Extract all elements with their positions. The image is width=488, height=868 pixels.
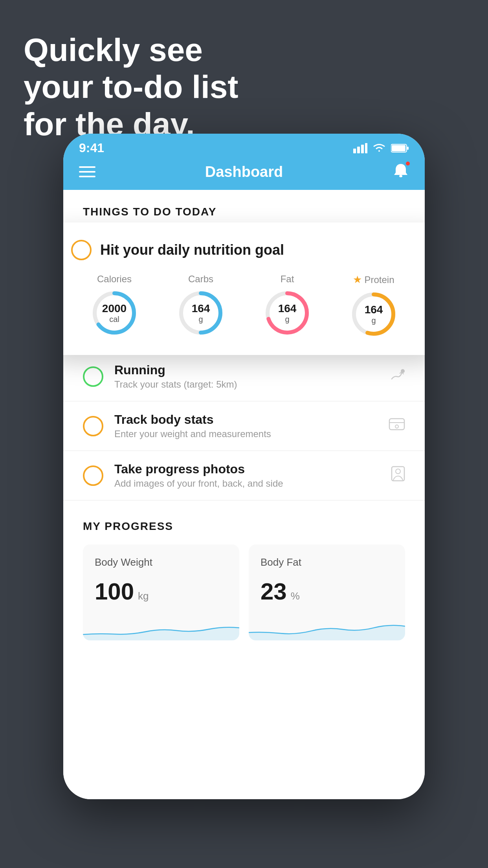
- svg-point-13: [396, 469, 400, 474]
- svg-rect-5: [392, 145, 405, 151]
- protein-unit: g: [365, 316, 383, 324]
- nav-title: Dashboard: [205, 164, 283, 180]
- svg-rect-1: [357, 147, 360, 153]
- svg-rect-2: [361, 145, 364, 153]
- status-icons: [353, 143, 409, 153]
- calories-ring: 2000 cal: [91, 289, 138, 337]
- headline-line2: your to-do list: [24, 68, 238, 105]
- card-title-row: Hit your daily nutrition goal: [71, 240, 417, 260]
- body-fat-card[interactable]: Body Fat 23 %: [249, 544, 405, 640]
- list-item[interactable]: Take progress photos Add images of your …: [63, 451, 425, 500]
- nutrition-protein: ★ Protein 164 g: [350, 274, 397, 338]
- nutrition-calories: Calories 2000 cal: [91, 274, 138, 337]
- headline: Quickly see your to-do list for the day.: [24, 31, 238, 143]
- phone-frame: 9:41: [63, 134, 425, 799]
- progress-header: MY PROGRESS: [83, 520, 405, 533]
- todo-title: Take progress photos: [114, 462, 380, 476]
- calories-label: Calories: [97, 274, 132, 285]
- todo-text-body-stats: Track body stats Enter your weight and m…: [114, 412, 378, 440]
- nutrition-row: Calories 2000 cal Carbs: [71, 274, 417, 338]
- fat-unit: g: [278, 314, 297, 323]
- list-item[interactable]: Running Track your stats (target: 5km): [63, 352, 425, 401]
- todo-radio-photos[interactable]: [83, 465, 103, 486]
- body-weight-chart: [83, 617, 239, 640]
- carbs-unit: g: [192, 314, 210, 323]
- body-weight-value-row: 100 kg: [95, 578, 227, 605]
- calories-value: 2000: [102, 303, 127, 315]
- portrait-icon: [391, 466, 405, 485]
- nav-bar: Dashboard: [63, 158, 425, 190]
- svg-rect-3: [365, 143, 367, 153]
- todo-text-running: Running Track your stats (target: 5km): [114, 363, 377, 390]
- body-fat-chart: [249, 617, 405, 640]
- things-to-do-header: THINGS TO DO TODAY: [63, 190, 425, 226]
- list-item[interactable]: Track body stats Enter your weight and m…: [63, 401, 425, 451]
- fat-label: Fat: [281, 274, 294, 285]
- protein-ring: 164 g: [350, 291, 397, 338]
- running-icon: [388, 368, 405, 385]
- battery-icon: [391, 143, 409, 153]
- nutrition-carbs: Carbs 164 g: [177, 274, 224, 337]
- progress-cards: Body Weight 100 kg Bo: [83, 544, 405, 640]
- carbs-label: Carbs: [188, 274, 213, 285]
- body-weight-title: Body Weight: [95, 556, 227, 568]
- body-weight-unit: kg: [138, 590, 149, 602]
- menu-button[interactable]: [79, 166, 95, 177]
- todo-text-photos: Take progress photos Add images of your …: [114, 462, 380, 489]
- progress-section: MY PROGRESS Body Weight 100 kg: [63, 500, 425, 656]
- scale-icon: [389, 417, 405, 435]
- body-fat-value-row: 23 %: [261, 578, 393, 605]
- notification-dot: [405, 161, 411, 166]
- protein-label: ★ Protein: [353, 274, 394, 286]
- body-fat-title: Body Fat: [261, 556, 393, 568]
- todo-radio-running[interactable]: [83, 366, 103, 387]
- headline-line1: Quickly see: [24, 31, 238, 68]
- fat-ring: 164 g: [264, 289, 311, 337]
- body-fat-value: 23: [261, 578, 287, 605]
- nutrition-radio[interactable]: [71, 240, 92, 260]
- status-time: 9:41: [79, 141, 104, 155]
- status-bar: 9:41: [63, 134, 425, 158]
- todo-subtitle: Enter your weight and measurements: [114, 428, 378, 440]
- todo-title: Track body stats: [114, 412, 378, 427]
- carbs-ring: 164 g: [177, 289, 224, 337]
- nutrition-card-title: Hit your daily nutrition goal: [100, 242, 284, 258]
- star-icon: ★: [353, 274, 362, 286]
- todo-title: Running: [114, 363, 377, 377]
- fat-value: 164: [278, 303, 297, 315]
- wifi-icon: [372, 143, 386, 153]
- things-header-text: THINGS TO DO TODAY: [83, 206, 216, 218]
- calories-unit: cal: [102, 314, 127, 323]
- todo-subtitle: Track your stats (target: 5km): [114, 379, 377, 390]
- todo-list: Running Track your stats (target: 5km): [63, 352, 425, 500]
- body-weight-value: 100: [95, 578, 134, 605]
- svg-rect-7: [399, 175, 402, 177]
- body-weight-card[interactable]: Body Weight 100 kg: [83, 544, 239, 640]
- signal-icon: [353, 143, 367, 153]
- protein-value: 164: [365, 304, 383, 316]
- todo-subtitle: Add images of your front, back, and side: [114, 478, 380, 489]
- body-fat-unit: %: [291, 590, 300, 602]
- notification-button[interactable]: [393, 162, 409, 181]
- svg-rect-0: [353, 149, 356, 153]
- svg-point-11: [395, 425, 398, 428]
- todo-radio-body-stats[interactable]: [83, 416, 103, 436]
- svg-rect-6: [407, 147, 409, 150]
- featured-nutrition-card: Hit your daily nutrition goal Calories 2…: [63, 223, 425, 355]
- carbs-value: 164: [192, 303, 210, 315]
- nutrition-fat: Fat 164 g: [264, 274, 311, 337]
